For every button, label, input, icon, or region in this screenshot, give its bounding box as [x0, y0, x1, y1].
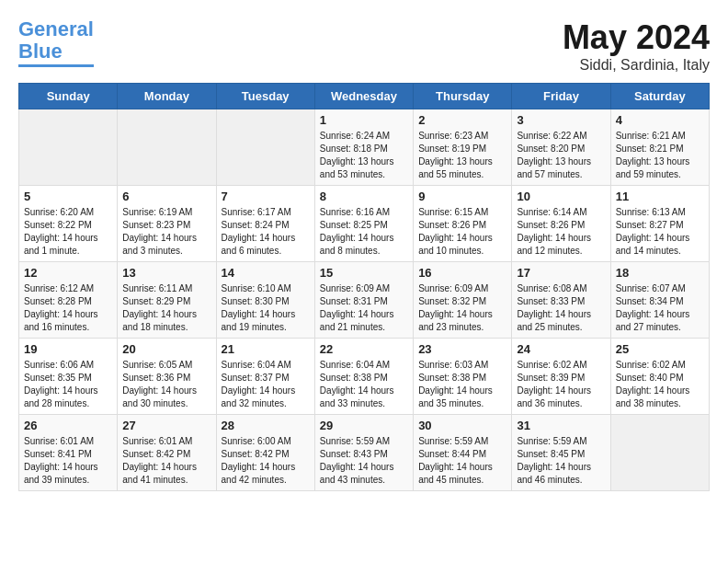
- month-title: May 2024: [563, 18, 710, 57]
- day-info: Sunrise: 6:11 AMSunset: 8:29 PMDaylight:…: [122, 282, 210, 334]
- calendar-cell: 16Sunrise: 6:09 AMSunset: 8:32 PMDayligh…: [414, 262, 512, 339]
- calendar-cell: 26Sunrise: 6:01 AMSunset: 8:41 PMDayligh…: [19, 415, 118, 491]
- calendar-cell: [19, 109, 118, 186]
- calendar-cell: 5Sunrise: 6:20 AMSunset: 8:22 PMDaylight…: [19, 186, 118, 262]
- calendar-cell: 22Sunrise: 6:04 AMSunset: 8:38 PMDayligh…: [314, 339, 413, 415]
- day-number: 1: [320, 113, 408, 127]
- calendar-cell: 27Sunrise: 6:01 AMSunset: 8:42 PMDayligh…: [118, 415, 216, 491]
- logo-general: General: [18, 17, 94, 40]
- weekday-header-row: SundayMondayTuesdayWednesdayThursdayFrid…: [19, 84, 710, 109]
- day-info: Sunrise: 6:05 AMSunset: 8:36 PMDaylight:…: [122, 359, 210, 410]
- day-info: Sunrise: 6:03 AMSunset: 8:38 PMDaylight:…: [418, 359, 506, 410]
- calendar-cell: 6Sunrise: 6:19 AMSunset: 8:23 PMDaylight…: [118, 186, 216, 262]
- calendar-cell: [118, 109, 216, 186]
- day-number: 17: [517, 266, 605, 280]
- day-number: 27: [122, 419, 210, 432]
- title-block: May 2024 Siddi, Sardinia, Italy: [563, 18, 710, 74]
- calendar-cell: 13Sunrise: 6:11 AMSunset: 8:29 PMDayligh…: [118, 262, 216, 339]
- day-info: Sunrise: 6:09 AMSunset: 8:31 PMDaylight:…: [320, 282, 408, 334]
- calendar-cell: 25Sunrise: 6:02 AMSunset: 8:40 PMDayligh…: [610, 339, 709, 415]
- day-number: 14: [222, 266, 310, 280]
- calendar-cell: 15Sunrise: 6:09 AMSunset: 8:31 PMDayligh…: [314, 262, 413, 339]
- day-info: Sunrise: 6:20 AMSunset: 8:22 PMDaylight:…: [24, 206, 112, 258]
- day-number: 29: [320, 419, 408, 432]
- day-number: 8: [320, 190, 408, 203]
- day-info: Sunrise: 6:23 AMSunset: 8:19 PMDaylight:…: [418, 130, 506, 181]
- day-number: 5: [24, 190, 112, 203]
- calendar-cell: 18Sunrise: 6:07 AMSunset: 8:34 PMDayligh…: [610, 262, 709, 339]
- day-info: Sunrise: 5:59 AMSunset: 8:44 PMDaylight:…: [418, 435, 506, 487]
- day-info: Sunrise: 6:15 AMSunset: 8:26 PMDaylight:…: [418, 206, 506, 258]
- day-info: Sunrise: 6:01 AMSunset: 8:41 PMDaylight:…: [24, 435, 112, 487]
- day-number: 24: [517, 342, 605, 356]
- calendar-cell: 4Sunrise: 6:21 AMSunset: 8:21 PMDaylight…: [610, 109, 709, 186]
- day-info: Sunrise: 6:06 AMSunset: 8:35 PMDaylight:…: [24, 359, 112, 410]
- day-number: 4: [616, 113, 704, 127]
- day-number: 13: [122, 266, 210, 280]
- page-header: General Blue May 2024 Siddi, Sardinia, I…: [18, 18, 710, 74]
- weekday-header-monday: Monday: [118, 84, 216, 109]
- calendar-cell: 31Sunrise: 5:59 AMSunset: 8:45 PMDayligh…: [512, 415, 610, 491]
- calendar-week-1: 1Sunrise: 6:24 AMSunset: 8:18 PMDaylight…: [19, 109, 710, 186]
- day-number: 12: [24, 266, 112, 280]
- day-info: Sunrise: 6:04 AMSunset: 8:38 PMDaylight:…: [320, 359, 408, 410]
- day-info: Sunrise: 6:12 AMSunset: 8:28 PMDaylight:…: [24, 282, 112, 334]
- calendar-cell: 1Sunrise: 6:24 AMSunset: 8:18 PMDaylight…: [314, 109, 413, 186]
- day-number: 10: [517, 190, 605, 203]
- day-info: Sunrise: 6:14 AMSunset: 8:26 PMDaylight:…: [517, 206, 605, 258]
- day-info: Sunrise: 6:16 AMSunset: 8:25 PMDaylight:…: [320, 206, 408, 258]
- day-number: 23: [418, 342, 506, 356]
- day-number: 11: [616, 190, 704, 203]
- day-number: 7: [222, 190, 310, 203]
- calendar-cell: 3Sunrise: 6:22 AMSunset: 8:20 PMDaylight…: [512, 109, 610, 186]
- calendar-cell: 19Sunrise: 6:06 AMSunset: 8:35 PMDayligh…: [19, 339, 118, 415]
- day-number: 9: [418, 190, 506, 203]
- weekday-header-sunday: Sunday: [19, 84, 118, 109]
- day-number: 21: [222, 342, 310, 356]
- calendar-cell: 11Sunrise: 6:13 AMSunset: 8:27 PMDayligh…: [610, 186, 709, 262]
- day-number: 30: [418, 419, 506, 432]
- day-number: 25: [616, 342, 704, 356]
- calendar-cell: 2Sunrise: 6:23 AMSunset: 8:19 PMDaylight…: [414, 109, 512, 186]
- calendar-cell: 9Sunrise: 6:15 AMSunset: 8:26 PMDaylight…: [414, 186, 512, 262]
- day-number: 18: [616, 266, 704, 280]
- day-info: Sunrise: 6:02 AMSunset: 8:39 PMDaylight:…: [517, 359, 605, 410]
- day-info: Sunrise: 6:01 AMSunset: 8:42 PMDaylight:…: [122, 435, 210, 487]
- calendar-cell: [610, 415, 709, 491]
- day-number: 28: [222, 419, 310, 432]
- day-number: 31: [517, 419, 605, 432]
- day-info: Sunrise: 6:00 AMSunset: 8:42 PMDaylight:…: [222, 435, 310, 487]
- calendar-cell: 17Sunrise: 6:08 AMSunset: 8:33 PMDayligh…: [512, 262, 610, 339]
- location-subtitle: Siddi, Sardinia, Italy: [563, 57, 710, 74]
- weekday-header-friday: Friday: [512, 84, 610, 109]
- logo-text: General Blue: [18, 18, 94, 63]
- calendar-cell: 14Sunrise: 6:10 AMSunset: 8:30 PMDayligh…: [216, 262, 314, 339]
- calendar-cell: 23Sunrise: 6:03 AMSunset: 8:38 PMDayligh…: [414, 339, 512, 415]
- day-info: Sunrise: 6:19 AMSunset: 8:23 PMDaylight:…: [122, 206, 210, 258]
- day-number: 3: [517, 113, 605, 127]
- calendar-cell: 10Sunrise: 6:14 AMSunset: 8:26 PMDayligh…: [512, 186, 610, 262]
- day-info: Sunrise: 6:08 AMSunset: 8:33 PMDaylight:…: [517, 282, 605, 334]
- day-info: Sunrise: 6:04 AMSunset: 8:37 PMDaylight:…: [222, 359, 310, 410]
- logo-blue: Blue: [18, 40, 63, 63]
- day-info: Sunrise: 5:59 AMSunset: 8:43 PMDaylight:…: [320, 435, 408, 487]
- calendar-week-2: 5Sunrise: 6:20 AMSunset: 8:22 PMDaylight…: [19, 186, 710, 262]
- day-info: Sunrise: 6:22 AMSunset: 8:20 PMDaylight:…: [517, 130, 605, 181]
- day-number: 2: [418, 113, 506, 127]
- logo-divider: [18, 64, 94, 67]
- calendar-cell: 7Sunrise: 6:17 AMSunset: 8:24 PMDaylight…: [216, 186, 314, 262]
- day-info: Sunrise: 6:21 AMSunset: 8:21 PMDaylight:…: [616, 130, 704, 181]
- calendar-week-3: 12Sunrise: 6:12 AMSunset: 8:28 PMDayligh…: [19, 262, 710, 339]
- calendar-cell: 30Sunrise: 5:59 AMSunset: 8:44 PMDayligh…: [414, 415, 512, 491]
- calendar-cell: 12Sunrise: 6:12 AMSunset: 8:28 PMDayligh…: [19, 262, 118, 339]
- calendar-cell: 21Sunrise: 6:04 AMSunset: 8:37 PMDayligh…: [216, 339, 314, 415]
- day-info: Sunrise: 5:59 AMSunset: 8:45 PMDaylight:…: [517, 435, 605, 487]
- calendar-cell: 24Sunrise: 6:02 AMSunset: 8:39 PMDayligh…: [512, 339, 610, 415]
- calendar-cell: [216, 109, 314, 186]
- day-info: Sunrise: 6:13 AMSunset: 8:27 PMDaylight:…: [616, 206, 704, 258]
- weekday-header-thursday: Thursday: [414, 84, 512, 109]
- calendar-cell: 8Sunrise: 6:16 AMSunset: 8:25 PMDaylight…: [314, 186, 413, 262]
- calendar-cell: 29Sunrise: 5:59 AMSunset: 8:43 PMDayligh…: [314, 415, 413, 491]
- day-number: 19: [24, 342, 112, 356]
- weekday-header-tuesday: Tuesday: [216, 84, 314, 109]
